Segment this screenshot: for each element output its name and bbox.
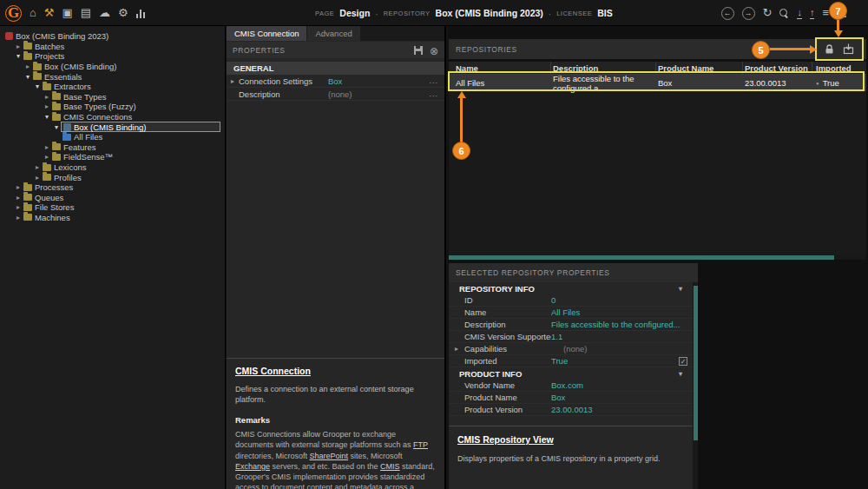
import-repository-icon[interactable] — [843, 43, 854, 55]
chevron-right-icon[interactable] — [43, 152, 51, 162]
help-link[interactable]: SharePoint — [310, 452, 349, 460]
archive-boxes-icon[interactable]: ▤ — [81, 0, 91, 26]
ellipsis-button[interactable]: ... — [429, 89, 444, 98]
repository-value[interactable]: Box (CMIS Binding 2023) — [436, 8, 543, 18]
help-link[interactable]: Exchange — [235, 462, 270, 471]
tree-item-batches[interactable]: Batches — [0, 42, 225, 52]
tree-item-features[interactable]: Features — [0, 142, 225, 153]
general-group-header[interactable]: GENERAL — [227, 62, 444, 75]
tree-item-all-files[interactable]: All Files — [0, 132, 225, 142]
grooper-design-window: G ⌂ ⚒ ▣ ▤ ☁ ⚙ PAGE Design REPOSITORY Box… — [0, 0, 868, 489]
chevron-right-icon[interactable] — [33, 173, 42, 182]
chevron-right-icon[interactable] — [43, 102, 51, 111]
column-header-description[interactable]: Description — [551, 62, 656, 74]
property-row-imported[interactable]: Imported True — [449, 355, 698, 367]
expander-chevron-icon[interactable] — [452, 345, 461, 353]
tab-advanced[interactable]: Advanced — [307, 26, 359, 41]
back-button[interactable]: ← — [721, 7, 734, 20]
chevron-down-icon[interactable] — [33, 82, 42, 91]
property-row-product-version[interactable]: Product Version 23.00.0013 — [449, 404, 698, 416]
property-row-connection-settings[interactable]: Connection Settings Box ... — [227, 75, 444, 88]
repository-row-all-files[interactable]: All Files Files accessible to the config… — [449, 75, 866, 91]
search-icon[interactable] — [779, 9, 789, 18]
tree-item-root-box-cmis-binding-2023[interactable]: Box (CMIS Binding 2023) — [0, 31, 225, 42]
upload-icon[interactable]: ↑ — [810, 7, 815, 19]
column-header-product-version[interactable]: Product Version — [743, 62, 812, 74]
scrollbar-thumb[interactable] — [449, 255, 834, 260]
chevron-right-icon[interactable] — [23, 62, 32, 71]
tree-item-file-stores[interactable]: File Stores — [0, 202, 225, 213]
gears-icon[interactable]: ⚙ — [118, 0, 128, 26]
ellipsis-button[interactable]: ... — [429, 76, 444, 85]
chevron-down-icon[interactable] — [679, 285, 682, 293]
property-row-name[interactable]: Name All Files — [449, 307, 698, 319]
expander-chevron-icon[interactable] — [227, 77, 239, 85]
help-link[interactable]: CMIS — [380, 462, 400, 471]
tree-item-processes[interactable]: Processes — [0, 182, 225, 193]
repository-view-help: CMIS Repository View Displays properties… — [449, 426, 693, 472]
property-row-cmis-version-supported[interactable]: CMIS Version Supported 1.1 — [449, 331, 698, 343]
tree-item-profiles[interactable]: Profiles — [0, 172, 225, 182]
tools-wrench-icon[interactable]: ⚒ — [44, 0, 55, 26]
imported-checkbox[interactable] — [679, 357, 687, 366]
tree-item-essentials[interactable]: Essentials — [0, 71, 225, 82]
property-row-description[interactable]: Description Files accessible to the conf… — [449, 319, 698, 331]
column-header-product-name[interactable]: Product Name — [656, 62, 743, 74]
close-icon[interactable] — [430, 43, 438, 58]
tree-item-box-cmis-binding-project[interactable]: Box (CMIS Binding) — [0, 62, 225, 72]
scrollbar-thumb[interactable] — [694, 286, 698, 440]
tree-item-fieldsense[interactable]: FieldSense™ — [0, 152, 225, 162]
column-header-imported[interactable]: Imported — [812, 62, 866, 74]
tree-item-queues[interactable]: Queues — [0, 193, 225, 203]
chevron-down-icon[interactable] — [14, 51, 23, 61]
property-row-id[interactable]: ID 0 — [449, 294, 698, 307]
tree-item-extractors[interactable]: Extractors — [0, 82, 225, 92]
lock-icon[interactable] — [825, 44, 834, 55]
chevron-right-icon[interactable] — [14, 182, 23, 192]
property-row-vendor-name[interactable]: Vendor Name Box.com — [449, 380, 698, 392]
property-value: (none) — [563, 344, 698, 354]
property-row-description[interactable]: Description (none) ... — [227, 88, 444, 101]
column-header-name[interactable]: Name — [449, 62, 551, 74]
chevron-right-icon[interactable] — [33, 162, 42, 172]
forward-button[interactable]: → — [742, 7, 755, 20]
group-header-product-info[interactable]: PRODUCT INFO — [449, 367, 698, 380]
help-link[interactable]: FTP — [413, 440, 428, 449]
home-icon[interactable]: ⌂ — [30, 0, 36, 26]
cloud-icon[interactable]: ☁ — [99, 0, 110, 26]
tree-item-base-types[interactable]: Base Types — [0, 92, 225, 102]
batch-box-icon[interactable]: ▣ — [62, 0, 73, 26]
chevron-down-icon[interactable] — [23, 72, 32, 82]
tree-item-box-cmis-binding-connection[interactable]: Box (CMIS Binding) — [0, 122, 225, 132]
chevron-down-icon[interactable] — [52, 122, 61, 132]
chevron-right-icon[interactable] — [43, 92, 51, 102]
vertical-scrollbar[interactable] — [693, 282, 698, 489]
tree-item-base-types-fuzzy[interactable]: Base Types (Fuzzy) — [0, 102, 225, 112]
group-header-repository-info[interactable]: REPOSITORY INFO — [449, 282, 698, 294]
save-icon[interactable] — [414, 46, 423, 55]
horizontal-scrollbar[interactable] — [449, 254, 866, 260]
chevron-right-icon[interactable] — [14, 202, 23, 212]
refresh-icon[interactable]: ↻ — [763, 0, 773, 26]
tree-item-lexicons[interactable]: Lexicons — [0, 162, 225, 173]
chevron-right-icon[interactable] — [43, 142, 51, 152]
tree-item-projects[interactable]: Projects — [0, 51, 225, 62]
chevron-right-icon[interactable] — [14, 42, 23, 51]
chevron-down-icon[interactable] — [679, 370, 682, 378]
download-icon[interactable]: ↓ — [797, 7, 802, 19]
property-row-product-name[interactable]: Product Name Box — [449, 392, 698, 404]
stats-chart-icon[interactable] — [136, 9, 146, 18]
chevron-right-icon[interactable] — [14, 213, 23, 222]
tree-item-machines[interactable]: Machines — [0, 213, 225, 223]
callout-7: 7 — [829, 2, 847, 20]
chevron-down-icon[interactable] — [43, 112, 51, 122]
licensee-value: BIS — [597, 8, 613, 18]
tree-item-cmis-connections[interactable]: CMIS Connections — [0, 112, 225, 122]
property-row-capabilities[interactable]: Capabilities (none) — [449, 343, 698, 355]
tab-cmis-connection[interactable]: CMIS Connection — [227, 26, 306, 41]
layers-icon[interactable]: ≡ — [822, 0, 829, 26]
cell-name: All Files — [449, 78, 551, 88]
chevron-right-icon[interactable] — [14, 193, 23, 202]
page-value[interactable]: Design — [339, 8, 370, 18]
grooper-logo-icon[interactable]: G — [5, 5, 22, 22]
